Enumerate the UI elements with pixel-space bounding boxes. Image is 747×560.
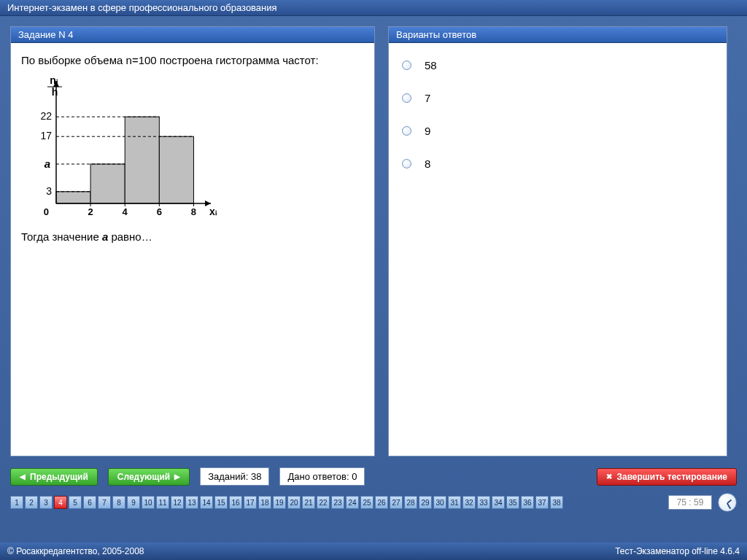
timer-box: 75 : 59 xyxy=(668,493,737,512)
question-nav-cell[interactable]: 2 xyxy=(25,496,38,509)
question-nav-cell[interactable]: 5 xyxy=(69,496,82,509)
svg-text:22: 22 xyxy=(40,110,52,122)
svg-text:nᵢ: nᵢ xyxy=(50,74,58,86)
question-number: Задание N 4 xyxy=(18,29,73,40)
answer-label: 8 xyxy=(425,158,430,170)
question-nav-cell[interactable]: 26 xyxy=(375,496,388,509)
footer-left: © Росаккредагентство, 2005-2008 xyxy=(7,546,144,556)
question-nav-cell[interactable]: 36 xyxy=(521,496,534,509)
answers-body: 58798 xyxy=(389,43,727,456)
question-nav-cell[interactable]: 35 xyxy=(506,496,519,509)
question-nav-cell[interactable]: 1 xyxy=(10,496,23,509)
triangle-left-icon: ◀ xyxy=(20,472,26,481)
svg-text:17: 17 xyxy=(40,130,52,141)
question-nav-cell[interactable]: 13 xyxy=(185,496,198,509)
question-nav-cell[interactable]: 25 xyxy=(360,496,374,509)
question-nav-cell[interactable]: 9 xyxy=(127,496,140,509)
question-nav-cell[interactable]: 23 xyxy=(331,496,344,509)
question-panel: Задание N 4 По выборке объема n=100 пост… xyxy=(10,26,375,456)
question-nav-cell[interactable]: 4 xyxy=(54,496,67,509)
runner-icon: ✖ xyxy=(606,472,612,481)
answer-option[interactable]: 9 xyxy=(399,114,716,147)
prev-button[interactable]: ◀ Предыдущий xyxy=(10,468,98,486)
question-nav-cell[interactable]: 37 xyxy=(535,496,549,509)
controls-row: ◀ Предыдущий Следующий ▶ Заданий: 38 Дан… xyxy=(10,467,737,486)
svg-rect-0 xyxy=(56,192,90,203)
question-nav-cell[interactable]: 10 xyxy=(142,496,155,509)
answered-box: Дано ответов: 0 xyxy=(279,467,365,486)
total-tasks-box: Заданий: 38 xyxy=(200,467,269,486)
question-nav-cell[interactable]: 14 xyxy=(200,496,213,509)
question-nav-cell[interactable]: 22 xyxy=(317,496,330,509)
question-number-strip: 1234567891011121314151617181920212223242… xyxy=(10,493,737,512)
finish-button[interactable]: ✖ Завершить тестирование xyxy=(597,468,737,486)
answer-label: 58 xyxy=(425,59,437,71)
radio-icon[interactable] xyxy=(402,93,411,103)
svg-text:h: h xyxy=(52,86,58,98)
svg-text:2: 2 xyxy=(88,206,93,217)
svg-rect-1 xyxy=(90,164,125,203)
triangle-right-icon: ▶ xyxy=(174,472,180,481)
question-panel-header: Задание N 4 xyxy=(11,27,374,43)
next-button[interactable]: Следующий ▶ xyxy=(108,468,190,486)
question-nav-cell[interactable]: 31 xyxy=(448,496,461,509)
svg-rect-2 xyxy=(125,117,159,203)
question-nav-cell[interactable]: 34 xyxy=(492,496,505,509)
next-button-label: Следующий xyxy=(117,472,170,482)
svg-text:4: 4 xyxy=(123,206,128,217)
question-nav-cell[interactable]: 7 xyxy=(98,496,111,509)
question-nav-cell[interactable]: 19 xyxy=(273,496,286,509)
histogram-chart: 2217a302468nᵢhxᵢ xyxy=(21,72,225,225)
svg-text:a: a xyxy=(44,158,50,170)
answers-title: Варианты ответов xyxy=(396,29,476,40)
answer-option[interactable]: 58 xyxy=(399,49,716,82)
answer-label: 7 xyxy=(425,92,430,104)
controls-bar: ◀ Предыдущий Следующий ▶ Заданий: 38 Дан… xyxy=(0,460,747,512)
question-nav-cell[interactable]: 15 xyxy=(214,496,228,509)
svg-text:8: 8 xyxy=(191,206,196,217)
question-nav-cell[interactable]: 3 xyxy=(39,496,53,509)
question-nav-cell[interactable]: 11 xyxy=(156,496,169,509)
svg-text:3: 3 xyxy=(46,185,52,197)
question-nav-cell[interactable]: 16 xyxy=(229,496,242,509)
svg-text:0: 0 xyxy=(44,206,49,217)
question-nav-cell[interactable]: 32 xyxy=(462,496,476,509)
answers-panel: Варианты ответов 58798 xyxy=(388,26,727,456)
question-nav-cell[interactable]: 28 xyxy=(404,496,417,509)
app-title-bar: Интернет-экзамен в сфере профессионально… xyxy=(0,0,747,16)
question-nav-cell[interactable]: 8 xyxy=(112,496,125,509)
question-nav-cell[interactable]: 21 xyxy=(302,496,315,509)
question-nav-cell[interactable]: 17 xyxy=(244,496,257,509)
answer-option[interactable]: 7 xyxy=(399,82,716,114)
footer-bar: © Росаккредагентство, 2005-2008 Тест-Экз… xyxy=(0,542,747,560)
question-nav-cell[interactable]: 24 xyxy=(346,496,359,509)
question-tail: Тогда значение a равно… xyxy=(21,230,364,243)
svg-text:xᵢ: xᵢ xyxy=(209,206,217,217)
answer-label: 9 xyxy=(425,125,430,137)
question-nav-cell[interactable]: 33 xyxy=(477,496,490,509)
prev-button-label: Предыдущий xyxy=(30,472,88,482)
radio-icon[interactable] xyxy=(402,159,411,168)
answers-panel-header: Варианты ответов xyxy=(389,27,727,43)
svg-text:6: 6 xyxy=(157,206,162,217)
question-body: По выборке объема n=100 построена гистог… xyxy=(11,43,374,456)
main-area: Задание N 4 По выборке объема n=100 пост… xyxy=(0,16,747,460)
finish-button-label: Завершить тестирование xyxy=(616,472,727,482)
question-nav-cell[interactable]: 6 xyxy=(83,496,96,509)
svg-rect-3 xyxy=(159,136,193,203)
radio-icon[interactable] xyxy=(402,61,411,70)
question-text: По выборке объема n=100 построена гистог… xyxy=(21,53,364,68)
app-title: Интернет-экзамен в сфере профессионально… xyxy=(7,2,277,13)
question-nav-cell[interactable]: 30 xyxy=(433,496,446,509)
clock-icon xyxy=(718,493,737,512)
radio-icon[interactable] xyxy=(402,126,411,136)
question-nav-cell[interactable]: 29 xyxy=(419,496,432,509)
question-nav-cell[interactable]: 38 xyxy=(550,496,563,509)
question-nav-cell[interactable]: 20 xyxy=(287,496,301,509)
question-nav-cell[interactable]: 27 xyxy=(390,496,403,509)
question-nav-cell[interactable]: 18 xyxy=(258,496,271,509)
question-nav-cell[interactable]: 12 xyxy=(171,496,184,509)
footer-right: Тест-Экзаменатор off-line 4.6.4 xyxy=(615,546,740,556)
answer-option[interactable]: 8 xyxy=(399,147,716,180)
timer-value: 75 : 59 xyxy=(668,495,712,510)
